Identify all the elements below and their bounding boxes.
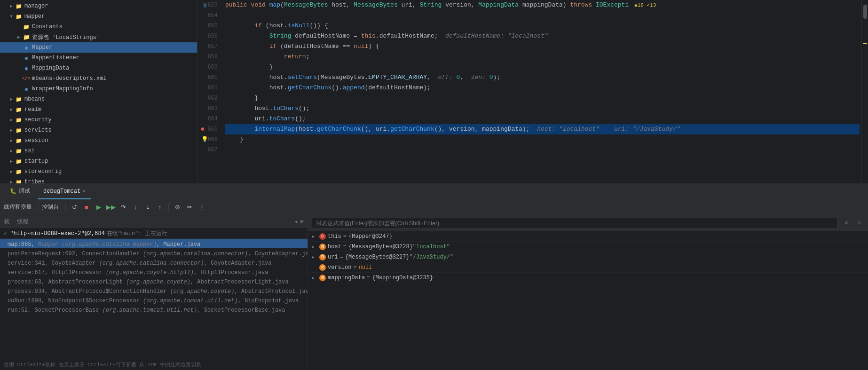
more-button[interactable]: ⋮ xyxy=(196,202,207,213)
line-663: 663 xyxy=(201,103,220,114)
code-line-665: internalMap (host. getCharChunk (), uri.… xyxy=(225,124,860,134)
folder-icon-security: 📁 xyxy=(15,116,23,124)
tab-close-icon[interactable]: ✕ xyxy=(82,188,86,194)
tree-item-startup[interactable]: ▶ 📁 startup xyxy=(0,156,197,166)
tree-item-mbeans[interactable]: ▶ 📁 mbeans xyxy=(0,94,197,104)
tree-item-ssi[interactable]: ▶ 📁 ssi xyxy=(0,146,197,156)
var-row-this[interactable]: ▶ C this = {Mapper@3247} xyxy=(308,231,868,242)
stack-frame-5[interactable]: process:934, AbstractProtocol$Connection… xyxy=(0,286,308,295)
indent-656 xyxy=(225,31,269,41)
arrow-realm: ▶ xyxy=(8,107,15,112)
evaluate-button[interactable]: ✏ xyxy=(184,202,195,213)
stack-frame-1[interactable]: postParseRequest:692, ConnectionHandler … xyxy=(0,248,308,258)
expand-mappingdata[interactable]: ▶ xyxy=(312,275,318,281)
file-icon-mappingdata: ◉ xyxy=(23,64,30,72)
threads-panel: 栈 线程 ▾ ⊕ ✓ "http-nio-8080-exec-2"@2,684 … xyxy=(0,215,308,370)
folder-icon-startup: 📁 xyxy=(15,157,23,165)
expand-this[interactable]: ▶ xyxy=(312,234,318,239)
expand-host[interactable]: ▶ xyxy=(312,244,318,250)
stack-frame-3[interactable]: service:617, Http11Processor (org.apache… xyxy=(0,267,308,276)
frame-class-7: (org.apache.tomcat.util.net) xyxy=(103,307,197,314)
tree-item-mapper[interactable]: ▼ 📁 mapper xyxy=(0,11,197,22)
expand-uri[interactable]: ▶ xyxy=(312,254,318,260)
method-tochars2: toChars xyxy=(269,114,295,124)
var-row-host[interactable]: ▶ R host = {MessageBytes@3228} "localhos… xyxy=(308,242,868,252)
thread-name-text: "http-nio-8080-exec-2"@2,684 xyxy=(10,230,105,237)
kw-this: this xyxy=(361,31,376,41)
stack-frame-0[interactable]: map:665, Mapper (org.apache.catalina.map… xyxy=(0,239,308,248)
semi-658: ; xyxy=(306,52,310,62)
tree-item-security[interactable]: ▶ 📁 security xyxy=(0,115,197,125)
code-line-667 xyxy=(225,145,860,155)
tree-item-constants[interactable]: 📁 Constants xyxy=(0,22,197,32)
stack-frame-4[interactable]: process:63, AbstractProcessorLight (org.… xyxy=(0,276,308,286)
stepinto-button[interactable]: ↓ xyxy=(130,202,141,213)
param-off: off: xyxy=(434,72,457,83)
method-tochars1: toChars xyxy=(273,103,299,114)
paren-close-655: ()) { xyxy=(309,21,328,31)
expand-all-icon[interactable]: ⊕ xyxy=(842,218,852,228)
code-line-664: uri. toChars (); xyxy=(225,114,860,124)
type-mappingdata: MappingData xyxy=(478,0,522,10)
var-row-version[interactable]: R version = null xyxy=(308,262,868,273)
folder-icon-localstrings: 📁 xyxy=(23,33,30,41)
resume-button[interactable]: ▶ xyxy=(93,202,104,213)
filter-icon[interactable]: ▾ xyxy=(294,218,298,226)
eq-host: = xyxy=(343,244,347,250)
label-mapper: mapper xyxy=(24,13,45,20)
label-manager: manager xyxy=(24,3,48,9)
method-internalmap: internalMap xyxy=(254,124,295,134)
resume2-button[interactable]: ▶▶ xyxy=(105,202,117,213)
tree-item-session[interactable]: ▶ 📁 session xyxy=(0,135,197,146)
var-val-mappingdata: {MappingData@3235} xyxy=(372,275,433,281)
editor-scrollbar[interactable] xyxy=(861,0,868,183)
expression-input[interactable] xyxy=(312,218,838,229)
code-line-654 xyxy=(225,10,860,21)
tree-item-mbeans-xml[interactable]: </> mbeans-descriptors.xml xyxy=(0,73,197,84)
indent-663 xyxy=(225,103,254,114)
tree-item-localstrings[interactable]: ▶ 📁 资源包 'LocalStrings' xyxy=(0,32,197,42)
forceinto-button[interactable]: ⇣ xyxy=(142,202,153,213)
stepout-button[interactable]: ↑ xyxy=(154,202,166,213)
var-name-host: host xyxy=(328,244,341,250)
tab-debugtomcat[interactable]: debugTomcat ✕ xyxy=(38,184,91,199)
stack-frame-2[interactable]: service:341, CoyoteAdapter (org.apache.c… xyxy=(0,258,308,267)
code-content[interactable]: public void map ( MessageBytes host, Mes… xyxy=(223,0,861,183)
type-icon-mappingdata: R xyxy=(319,275,326,281)
stack-frame-7[interactable]: run:52, SocketProcessorBase (org.apache.… xyxy=(0,305,308,314)
folder-icon-session: 📁 xyxy=(15,137,23,144)
tree-item-realm[interactable]: ▶ 📁 realm xyxy=(0,104,197,115)
collapse-all-icon[interactable]: ⊖ xyxy=(854,218,864,228)
file-icon-wrappermappinginfo: ◉ xyxy=(23,85,30,93)
tree-item-mapper-class[interactable]: ◉ Mapper xyxy=(0,42,197,53)
toolbar-separator1 xyxy=(39,203,39,212)
tab-debug[interactable]: 🐛 调试 xyxy=(4,184,36,199)
var-row-mappingdata[interactable]: ▶ R mappingData = {MappingData@3235} xyxy=(308,273,868,283)
tree-item-tribes[interactable]: ▶ 📁 tribes xyxy=(0,177,197,183)
tree-item-wrappermappinginfo[interactable]: ◉ WrapperMappingInfo xyxy=(0,84,197,94)
thread-row-current[interactable]: ✓ "http-nio-8080-exec-2"@2,684 在组"main":… xyxy=(0,228,308,239)
stack-frame-6[interactable]: doRun:1698, NioEndpoint$SocketProcessor … xyxy=(0,295,308,305)
method-append: append xyxy=(343,83,365,93)
restart-button[interactable]: ↺ xyxy=(69,202,80,213)
tree-item-servlets[interactable]: ▶ 📁 servlets xyxy=(0,125,197,135)
tree-item-manager[interactable]: ▶ 📁 manager xyxy=(0,1,197,11)
tree-item-storeconfig[interactable]: ▶ 📁 storeconfig xyxy=(0,166,197,177)
vars-header: ⊕ ⊖ xyxy=(308,215,868,231)
var-row-uri[interactable]: ▶ R uri = {MessageBytes@3227} "/JavaStud… xyxy=(308,252,868,262)
tree-item-mapperlistener[interactable]: ◉ MapperListener xyxy=(0,53,197,63)
scrollbar-thumb[interactable] xyxy=(863,5,867,19)
folder-icon-mapper: 📁 xyxy=(15,13,23,20)
code-line-656: String defaultHostName = this .defaultHo… xyxy=(225,31,860,41)
mute-button[interactable]: ⊘ xyxy=(172,202,183,213)
stepover-button[interactable]: ↷ xyxy=(118,202,129,213)
stop-button[interactable]: ■ xyxy=(81,202,92,213)
file-icon-mapperlistener: ◉ xyxy=(23,54,30,62)
code-line-657: if (defaultHostName == null ) { xyxy=(225,41,860,52)
var-name-uri: uri xyxy=(328,254,338,260)
tree-item-mappingdata[interactable]: ◉ MappingData xyxy=(0,63,197,73)
folder-icon-ssi: 📁 xyxy=(15,147,23,155)
arrow-manager: ▶ xyxy=(8,3,15,9)
method-map: map xyxy=(269,0,280,10)
expand-icon[interactable]: ⊕ xyxy=(300,218,304,226)
